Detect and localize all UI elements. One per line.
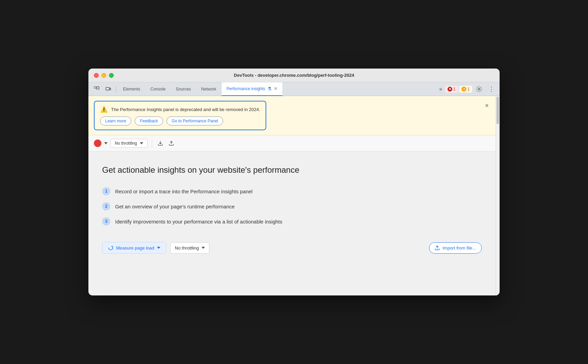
step-number-3: 3 [102,217,110,226]
step-3: 3 Identify improvements to your performa… [102,217,482,226]
scrollbar-track[interactable] [495,96,500,295]
svg-rect-2 [106,87,109,90]
record-button[interactable] [94,139,101,147]
step-text-3: Identify improvements to your performanc… [115,219,282,225]
step-1: 1 Record or import a trace into the Perf… [102,187,482,195]
tabs-bar: Elements Console Sources Network Perform… [88,82,500,96]
tabs-right: » ✕ 1 ⚠ 1 ⋮ [438,84,497,95]
panel-title: Get actionable insights on your website'… [102,165,482,175]
tab-sources[interactable]: Sources [171,82,196,96]
go-to-performance-button[interactable]: Go to Performance Panel [167,117,223,125]
svg-rect-3 [110,88,111,90]
measure-dropdown-arrow [157,247,160,249]
warning-actions: Learn more Feedback Go to Performance Pa… [100,117,260,125]
tab-network[interactable]: Network [196,82,221,96]
more-options-icon[interactable]: ⋮ [486,84,497,95]
step-text-1: Record or import a trace into the Perfor… [115,189,253,194]
devtools-toolbar: No throttling [88,135,495,151]
warning-banner: ⚠️ The Performance Insights panel is dep… [88,96,495,135]
device-toolbar-icon[interactable] [103,84,114,95]
svg-rect-1 [97,87,99,89]
title-bar: DevTools - developer.chrome.com/blog/per… [88,69,500,82]
error-badge[interactable]: ✕ 1 [445,86,458,93]
learn-more-button[interactable]: Learn more [100,117,131,125]
throttle-bottom-dropdown-arrow [201,247,205,249]
action-bar: Measure page load No throttling Import f… [102,242,482,260]
import-top-button[interactable] [167,139,175,147]
maximize-button[interactable] [109,73,114,78]
more-tabs-button[interactable]: » [438,85,444,94]
main-panel: Get actionable insights on your website'… [88,151,495,295]
throttle-dropdown-arrow [140,142,143,144]
tab-console[interactable]: Console [146,82,170,96]
svg-point-4 [478,88,480,90]
throttle-selector-top[interactable]: No throttling [110,139,148,148]
traffic-lights [94,73,114,78]
upload-icon [435,245,440,250]
throttle-selector-bottom[interactable]: No throttling [170,242,209,254]
error-icon: ✕ [448,87,452,92]
scrollbar-thumb[interactable] [497,97,499,124]
dismiss-warning-button[interactable]: × [483,101,490,111]
devtools-content: ⚠️ The Performance Insights panel is dep… [88,96,495,295]
step-number-1: 1 [102,187,110,195]
step-text-2: Get an overview of your page's runtime p… [115,204,235,209]
feedback-button[interactable]: Feedback [135,117,163,125]
export-button[interactable] [156,139,164,147]
window-title: DevTools - developer.chrome.com/blog/per… [234,73,354,78]
devtools-window: DevTools - developer.chrome.com/blog/per… [88,69,500,295]
measure-page-load-button[interactable]: Measure page load [102,242,166,254]
devtools-main: ⚠️ The Performance Insights panel is dep… [88,96,500,295]
minimize-button[interactable] [101,73,106,78]
warning-message: ⚠️ The Performance Insights panel is dep… [100,106,260,113]
record-dropdown-arrow[interactable] [104,142,108,144]
settings-icon[interactable] [474,84,485,95]
close-tab-icon[interactable]: ✕ [274,86,278,91]
step-number-2: 2 [102,202,110,210]
toolbar-divider [152,139,152,147]
tab-divider-1 [116,86,116,93]
warning-badge[interactable]: ⚠ 1 [459,86,472,93]
svg-rect-0 [94,87,96,88]
reload-icon [108,245,113,251]
tab-elements[interactable]: Elements [118,82,145,96]
warning-highlighted-box: ⚠️ The Performance Insights panel is dep… [94,101,266,130]
tab-performance-insights[interactable]: Performance insights ⚗ ✕ [222,82,282,96]
step-2: 2 Get an overview of your page's runtime… [102,202,482,210]
warning-icon: ⚠ [462,87,466,92]
flask-icon: ⚗ [267,86,272,92]
warning-triangle-icon: ⚠️ [100,106,108,113]
import-from-file-button[interactable]: Import from file... [429,242,482,254]
close-button[interactable] [94,73,99,78]
inspector-icon[interactable] [91,84,102,95]
steps-list: 1 Record or import a trace into the Perf… [102,187,482,226]
warning-text: The Performance Insights panel is deprec… [111,107,260,112]
